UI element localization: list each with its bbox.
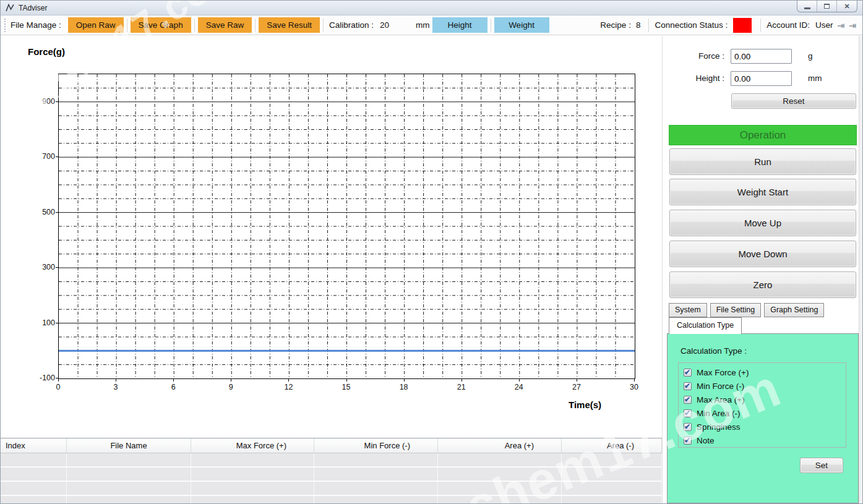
reset-button[interactable]: Reset [731, 93, 856, 109]
y-axis-tick-label: 900 [25, 97, 55, 106]
checkbox-icon[interactable] [684, 423, 692, 431]
table-cell [314, 482, 438, 495]
weight-start-button[interactable]: Weight Start [669, 179, 856, 205]
chart-plot-area[interactable] [58, 74, 635, 379]
toolbar-separator [64, 19, 65, 32]
tab-system[interactable]: System [669, 303, 707, 317]
column-header-min-force: Min Force (-) [314, 438, 438, 453]
table-cell [67, 496, 191, 503]
x-axis-tick [404, 379, 405, 382]
control-panel: Force : g Height : mm Reset Operation Ru… [663, 36, 859, 503]
table-cell [562, 453, 662, 467]
chart-grid [59, 74, 635, 378]
x-axis-tick-label: 21 [447, 383, 476, 391]
table-cell [314, 453, 438, 467]
toolbar-separator [648, 19, 649, 32]
toolbar-separator [194, 19, 195, 32]
tab-calculation-type[interactable]: Calculation Type [669, 317, 742, 334]
save-result-button[interactable]: Save Result [259, 17, 320, 33]
table-row[interactable] [1, 453, 662, 468]
y-axis-tick [56, 378, 58, 378]
results-table-body [1, 453, 662, 503]
table-cell [438, 468, 562, 481]
window-controls: ✕ [797, 1, 857, 12]
height-readout-input[interactable] [731, 71, 792, 86]
height-button[interactable]: Height [432, 17, 487, 33]
open-raw-button[interactable]: Open Raw [68, 17, 124, 33]
table-cell [1, 496, 67, 503]
y-axis-tick [56, 101, 58, 102]
calibration-value[interactable]: 20 [380, 20, 412, 30]
save-graph-button[interactable]: Save Graph [131, 17, 191, 33]
logout-icon[interactable]: ⇥ [849, 20, 856, 30]
move-down-button[interactable]: Move Down [669, 241, 856, 267]
toolbar-separator [323, 19, 324, 32]
column-header-file-name: File Name [67, 438, 191, 453]
app-logo-icon [6, 3, 15, 12]
y-axis-tick-label: 500 [25, 208, 55, 216]
file-manage-label: File Manage : [11, 20, 61, 30]
tab-graph-setting[interactable]: Graph Setting [764, 303, 824, 317]
recipe-value: 8 [636, 20, 641, 30]
table-cell [562, 496, 662, 503]
x-axis-tick-label: 27 [562, 383, 591, 391]
calc-type-option-label: Note [697, 436, 715, 445]
connection-status-indicator [733, 18, 752, 33]
toolbar-grip[interactable] [4, 19, 6, 32]
table-cell [191, 496, 314, 503]
x-axis-tick-label: 0 [43, 383, 73, 391]
toolbar: File Manage : Open Raw Save Graph Save R… [1, 15, 862, 35]
table-cell [562, 468, 662, 481]
switch-user-icon[interactable]: ⇥ [838, 20, 845, 30]
window-title: TAdviser [19, 4, 47, 12]
table-cell [1, 453, 67, 467]
calc-type-option[interactable]: Max Area (+) [684, 393, 846, 406]
x-axis-tick-label: 12 [273, 383, 303, 391]
checkbox-icon[interactable] [684, 396, 692, 404]
tab-file-setting[interactable]: File Setting [710, 303, 762, 317]
calc-type-option-label: Max Force (+) [697, 368, 749, 377]
set-button[interactable]: Set [800, 458, 843, 473]
checkbox-icon[interactable] [684, 409, 692, 417]
account-id-label: Account ID: [766, 20, 810, 30]
table-cell [438, 482, 562, 495]
zero-button[interactable]: Zero [669, 271, 856, 298]
table-row[interactable] [1, 482, 662, 496]
calc-type-option[interactable]: Note [684, 434, 846, 447]
y-axis-tick-label: 100 [25, 318, 55, 327]
table-row[interactable] [1, 496, 662, 503]
x-axis-tick [231, 379, 231, 382]
force-readout-label: Force : [669, 51, 724, 61]
move-up-button[interactable]: Move Up [669, 210, 856, 236]
toolbar-separator [491, 19, 491, 32]
x-axis-tick-label: 15 [332, 383, 361, 391]
close-button[interactable]: ✕ [837, 1, 857, 12]
table-cell [438, 496, 562, 503]
calc-type-option[interactable]: Springiness [684, 420, 846, 434]
maximize-button[interactable] [817, 1, 837, 12]
run-button[interactable]: Run [669, 148, 856, 175]
title-bar[interactable]: TAdviser ✕ [1, 1, 862, 15]
checkbox-icon[interactable] [684, 369, 692, 377]
y-axis-title: Force(g) [28, 46, 65, 57]
vertical-scrollbar[interactable] [859, 36, 863, 503]
checkbox-icon[interactable] [684, 382, 692, 390]
x-axis-tick-label: 3 [101, 383, 131, 391]
force-readout-input[interactable] [731, 49, 792, 64]
calibration-label: Calibration : [329, 20, 374, 30]
y-axis-tick-label: 300 [25, 263, 55, 271]
y-axis-tick [56, 267, 58, 268]
calc-type-option[interactable]: Max Force (+) [684, 365, 846, 379]
weight-button[interactable]: Weight [494, 17, 549, 33]
toolbar-separator [127, 19, 127, 32]
table-cell [67, 468, 191, 481]
save-raw-button[interactable]: Save Raw [198, 17, 252, 33]
checkbox-icon[interactable] [684, 437, 692, 445]
table-cell [191, 453, 314, 467]
table-row[interactable] [1, 468, 662, 482]
calc-type-option[interactable]: Min Force (-) [684, 379, 846, 393]
table-cell [562, 482, 662, 495]
minimize-button[interactable] [797, 1, 817, 12]
calc-type-option[interactable]: Min Area (-) [684, 406, 846, 420]
y-axis-tick-label: 700 [25, 152, 55, 161]
